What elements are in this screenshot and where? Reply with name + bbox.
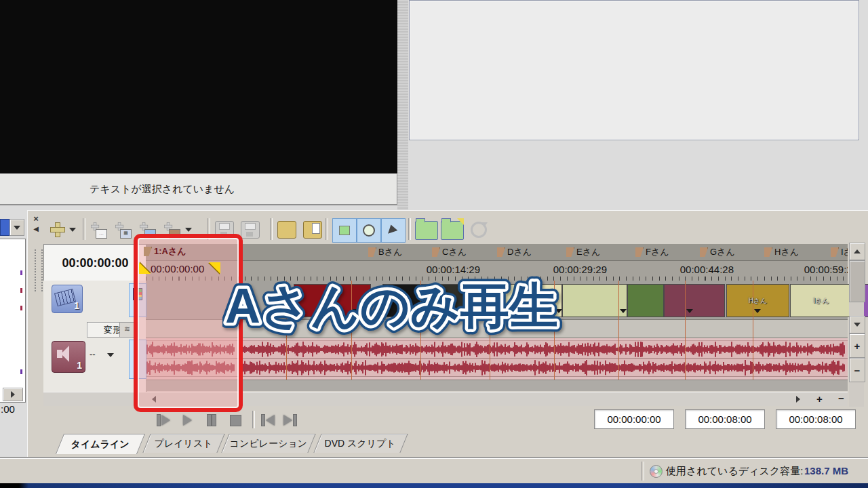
tab[interactable]: プレイリスト <box>142 434 224 453</box>
chapter-label: Hさん <box>774 246 799 258</box>
chapter-marker[interactable]: Cさん <box>432 245 467 259</box>
toolbar-separator <box>326 218 328 240</box>
scrollbar-thumb[interactable] <box>849 260 865 302</box>
chapter-marker[interactable]: Hさん <box>764 245 799 259</box>
audio-mode-dropdown[interactable] <box>107 353 114 357</box>
video-track-button[interactable]: 1 <box>52 285 83 313</box>
add-menu-button[interactable] <box>47 220 68 240</box>
status-bar: 使用されているディスク容量: 138.7 MB <box>0 458 868 484</box>
clip-in-handle-icon[interactable] <box>139 262 151 274</box>
left-scroll-right-button[interactable] <box>3 388 23 401</box>
clip-out-handle-icon[interactable] <box>209 262 220 274</box>
overlay-caption: Aさんのみ再生 Aさんのみ再生 Aさんのみ再生 <box>222 267 656 343</box>
scroll-right-icon[interactable] <box>796 396 800 403</box>
no-text-selected-message: テキストが選択されていません <box>90 183 235 196</box>
folder-new-button[interactable] <box>441 221 464 240</box>
timeline-zoom-in-button[interactable]: + <box>816 393 823 405</box>
left-combobox-selection[interactable] <box>0 219 10 236</box>
left-combobox-dropdown[interactable] <box>9 219 24 236</box>
chapter-marker[interactable]: Iさん <box>831 245 848 259</box>
add-chapter-button[interactable]: … <box>88 220 108 240</box>
audio-waveform-right[interactable] <box>146 359 848 377</box>
video-clip[interactable]: Iさん <box>790 284 852 317</box>
toolbar-separator <box>270 218 273 240</box>
time-field[interactable]: 00:00:08:00 <box>685 409 765 429</box>
collapse-arrow-icon[interactable]: ◀ <box>31 224 41 234</box>
video-preview-area <box>0 0 397 174</box>
scroll-up-button[interactable] <box>849 243 865 260</box>
pause-button[interactable] <box>208 411 216 430</box>
chapter-label: Iさん <box>841 246 848 258</box>
stop-button[interactable] <box>231 411 241 430</box>
audio-track-number: 1 <box>77 360 82 371</box>
toolbar-separator <box>408 218 411 240</box>
chapter-marker[interactable]: Gさん <box>700 245 735 259</box>
track-zoom-in-button[interactable]: + <box>849 333 865 358</box>
chapter-label: Gさん <box>710 246 735 258</box>
chevron-down-icon <box>14 226 20 230</box>
edge-bar-icon <box>294 415 296 426</box>
chapter-flag-icon <box>566 247 574 257</box>
arrow-right-icon <box>11 391 15 398</box>
chapter-marker[interactable]: Eさん <box>566 245 600 259</box>
clip-label: Iさん <box>813 296 829 306</box>
go-to-end-button[interactable] <box>283 411 296 430</box>
video-clip[interactable] <box>664 284 725 317</box>
disc-icon <box>650 465 663 478</box>
text-selection-status-bar: テキストが選択されていません <box>0 174 397 205</box>
transform-curve-button[interactable]: ≋ <box>119 322 135 338</box>
transport-separator <box>252 411 255 428</box>
chevron-down-icon <box>69 228 76 232</box>
save-as-button[interactable] <box>240 220 260 240</box>
stop-icon <box>231 415 241 426</box>
left-list-box[interactable] <box>0 239 26 403</box>
add-clip-button[interactable]: ▦ <box>113 220 133 240</box>
play-button[interactable] <box>183 411 192 430</box>
vertical-scrollbar[interactable]: + − <box>849 243 864 407</box>
plus-icon <box>50 222 65 237</box>
chapter-marker[interactable]: Bさん <box>368 245 402 259</box>
properties-panel <box>409 0 859 140</box>
toolbar-separator <box>83 218 85 240</box>
chapter-marker[interactable]: Fさん <box>635 245 669 259</box>
refresh-button[interactable] <box>471 222 487 238</box>
folder-open-button[interactable] <box>415 221 438 240</box>
taskbar-edge <box>0 483 868 488</box>
tab[interactable]: コンピレーション <box>221 434 315 453</box>
highlighted-clip-time: 00:00:00:00 <box>151 263 204 274</box>
list-mark <box>20 270 22 275</box>
playhead-time-display: 00:00:00:00 <box>43 244 147 282</box>
snap-toggle-button[interactable] <box>332 218 357 243</box>
export-button[interactable] <box>302 220 323 240</box>
audio-track-button[interactable]: 1 <box>52 341 85 373</box>
chapter-line <box>753 281 753 380</box>
chapter-flag-icon <box>635 247 644 257</box>
play-step-button[interactable] <box>157 411 170 430</box>
go-to-start-button[interactable] <box>262 411 275 430</box>
chapter-flag-icon <box>764 247 772 257</box>
disk-usage-label: 使用されているディスク容量: <box>666 465 803 478</box>
video-track-number: 1 <box>74 300 79 311</box>
track-zoom-out-button[interactable]: − <box>849 358 865 382</box>
scroll-down-button[interactable] <box>849 316 865 333</box>
panel-drag-handle[interactable] <box>35 249 43 291</box>
chapter-marker[interactable]: Dさん <box>497 245 532 259</box>
application-window: テキストが選択されていません × ◀ … ▦ 00:00:00:00 BさんCさ… <box>0 0 868 488</box>
tab[interactable]: タイムライン <box>56 434 145 454</box>
chapter-label: Cさん <box>442 246 467 258</box>
list-mark <box>20 288 22 293</box>
add-menu-dropdown[interactable] <box>68 220 77 240</box>
time-field[interactable]: 00:00:00:00 <box>594 409 674 429</box>
clock-icon <box>363 224 375 237</box>
chapter-flag-icon <box>144 247 152 256</box>
timeline-zoom-out-button[interactable]: − <box>838 392 844 404</box>
import-button[interactable] <box>277 220 297 240</box>
tab[interactable]: DVD スクリプト <box>313 434 408 453</box>
play-icon <box>161 415 170 426</box>
audio-waveform-left[interactable] <box>146 340 848 359</box>
close-icon[interactable]: × <box>31 214 41 224</box>
clock-toggle-button[interactable] <box>357 218 381 243</box>
time-field[interactable]: 00:00:08:00 <box>776 409 856 429</box>
auto-select-toggle-button[interactable] <box>381 218 406 243</box>
panel-splitter[interactable] <box>397 0 408 210</box>
